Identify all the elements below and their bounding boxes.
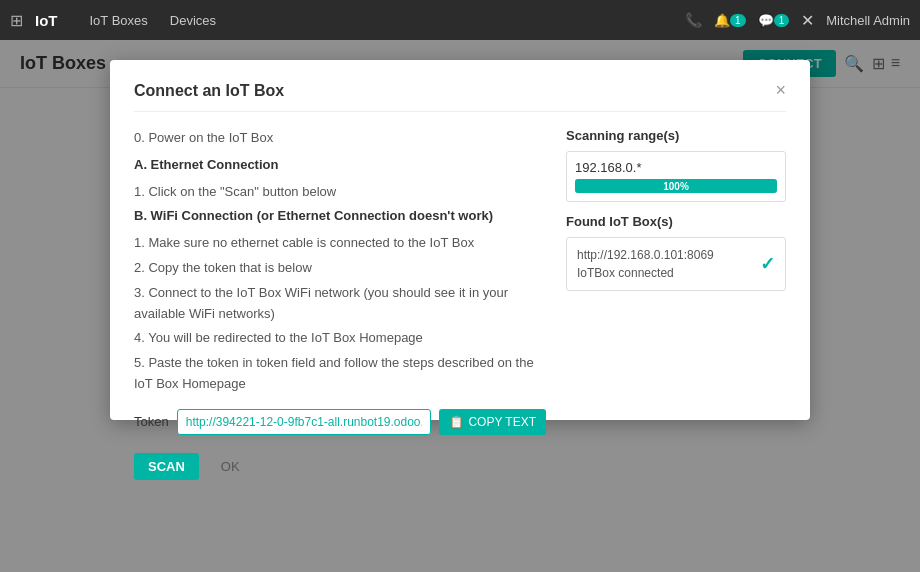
step-b4: 4. You will be redirected to the IoT Box… (134, 328, 546, 349)
copy-icon: 📋 (449, 415, 464, 429)
modal-body: 0. Power on the IoT Box A. Ethernet Conn… (134, 128, 786, 435)
modal-dialog: Connect an IoT Box × 0. Power on the IoT… (110, 60, 810, 420)
topbar-nav: IoT Boxes Devices (80, 13, 227, 28)
topbar: ⊞ IoT IoT Boxes Devices 📞 🔔1 💬1 ✕ Mitche… (0, 0, 920, 40)
scan-range-box: 192.168.0.* 100% (566, 151, 786, 202)
found-boxes-title: Found IoT Box(s) (566, 214, 786, 229)
topbar-close-button[interactable]: ✕ (801, 11, 814, 30)
modal-footer: SCAN OK (134, 453, 786, 480)
modal-header: Connect an IoT Box × (134, 80, 786, 112)
nav-devices[interactable]: Devices (160, 13, 226, 28)
modal-right-content: Scanning range(s) 192.168.0.* 100% Found… (566, 128, 786, 435)
modal-title: Connect an IoT Box (134, 82, 284, 100)
found-box-item: http://192.168.0.101:8069 IoTBox connect… (566, 237, 786, 291)
found-box-info: http://192.168.0.101:8069 IoTBox connect… (577, 246, 714, 282)
step-b3: 3. Connect to the IoT Box WiFi network (… (134, 283, 546, 325)
step-b2: 2. Copy the token that is below (134, 258, 546, 279)
modal-left-content: 0. Power on the IoT Box A. Ethernet Conn… (134, 128, 546, 435)
token-section: Token 📋 COPY TEXT (134, 409, 546, 435)
topbar-right: 📞 🔔1 💬1 ✕ Mitchell Admin (685, 11, 910, 30)
nav-iot-boxes[interactable]: IoT Boxes (80, 13, 158, 28)
user-menu[interactable]: Mitchell Admin (826, 13, 910, 28)
copy-text-button[interactable]: 📋 COPY TEXT (439, 409, 546, 435)
found-box-ip: http://192.168.0.101:8069 (577, 246, 714, 264)
found-box-status: IoTBox connected (577, 264, 714, 282)
progress-label: 100% (663, 181, 689, 192)
section-a-title: A. Ethernet Connection (134, 155, 546, 176)
token-input[interactable] (177, 409, 432, 435)
notification-badge-2: 💬1 (758, 13, 790, 28)
step-0: 0. Power on the IoT Box (134, 128, 546, 149)
grid-icon: ⊞ (10, 11, 23, 30)
section-b-title: B. WiFi Connection (or Ethernet Connecti… (134, 206, 546, 227)
scan-range-value: 192.168.0.* (575, 160, 777, 175)
modal-overlay: Connect an IoT Box × 0. Power on the IoT… (0, 40, 920, 572)
step-b5: 5. Paste the token in token field and fo… (134, 353, 546, 395)
modal-close-button[interactable]: × (775, 80, 786, 101)
ok-button[interactable]: OK (207, 453, 254, 480)
notification-badge-1: 🔔1 (714, 13, 746, 28)
copy-text-label: COPY TEXT (468, 415, 536, 429)
step-b1: 1. Make sure no ethernet cable is connec… (134, 233, 546, 254)
found-box-checkmark: ✓ (760, 253, 775, 275)
main-area: IoT Boxes CONNECT 🔍 ⊞ ≡ Connect an IoT B… (0, 40, 920, 572)
app-title: IoT (35, 12, 58, 29)
progress-bar-container: 100% (575, 179, 777, 193)
phone-icon[interactable]: 📞 (685, 12, 702, 28)
scanning-range-title: Scanning range(s) (566, 128, 786, 143)
progress-bar-fill: 100% (575, 179, 777, 193)
step-a1: 1. Click on the "Scan" button below (134, 182, 546, 203)
scan-button[interactable]: SCAN (134, 453, 199, 480)
token-label: Token (134, 414, 169, 429)
